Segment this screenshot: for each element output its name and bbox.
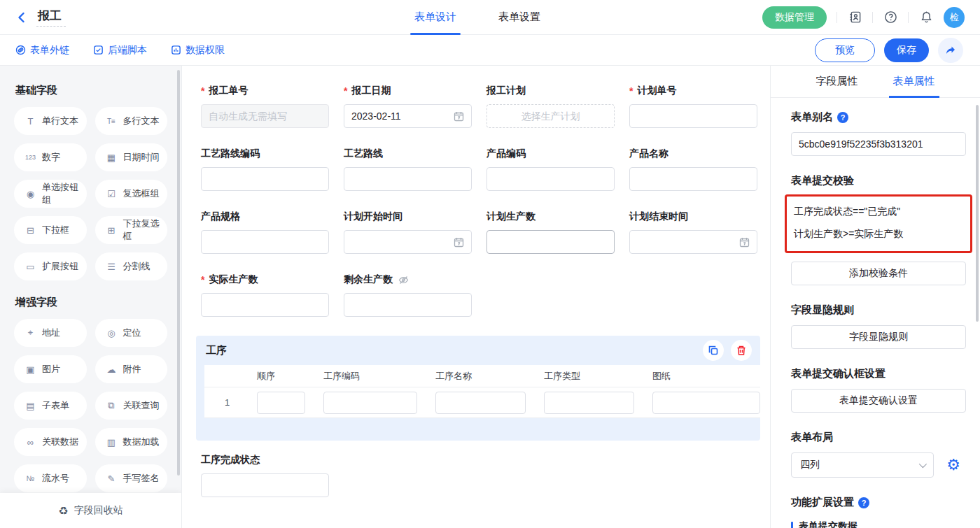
field-route-code[interactable]: 工艺路线编码 bbox=[201, 147, 329, 191]
field-type-single-line-text[interactable]: T单行文本 bbox=[14, 107, 87, 135]
field-type-multi-line-text[interactable]: T≡多行文本 bbox=[95, 107, 168, 135]
data-manage-button[interactable]: 数据管理 bbox=[762, 6, 827, 29]
cloud-upload-icon: ☁ bbox=[106, 364, 118, 375]
submit-data-label: 表单提交数据 bbox=[799, 520, 858, 528]
col-header-drawing[interactable]: 图纸 bbox=[645, 365, 760, 387]
field-type-radio-group[interactable]: ◉单选按钮组 bbox=[14, 180, 87, 208]
data-permission-item[interactable]: 数据权限 bbox=[171, 44, 225, 57]
field-type-image[interactable]: ▣图片 bbox=[14, 355, 87, 383]
back-icon[interactable] bbox=[14, 10, 29, 25]
actual-quantity-input[interactable] bbox=[209, 299, 321, 311]
field-type-extend-button[interactable]: ▭扩展按钮 bbox=[14, 252, 87, 280]
tab-form-properties[interactable]: 表单属性 bbox=[893, 66, 935, 97]
tab-field-properties[interactable]: 字段属性 bbox=[816, 66, 858, 97]
product-name-input[interactable] bbox=[637, 173, 750, 185]
preview-button[interactable]: 预览 bbox=[815, 38, 875, 62]
col-header-process-type[interactable]: 工序类型 bbox=[537, 365, 645, 387]
field-type-linked-data[interactable]: ∞关联数据 bbox=[14, 428, 87, 456]
backend-script-item[interactable]: 后端脚本 bbox=[93, 44, 147, 57]
help-icon[interactable] bbox=[883, 10, 898, 25]
help-icon[interactable]: ? bbox=[837, 112, 848, 123]
field-type-address[interactable]: ⌖地址 bbox=[14, 319, 87, 347]
col-header-order[interactable]: 顺序 bbox=[250, 365, 316, 387]
field-process-status[interactable]: 工序完成状态 bbox=[201, 453, 329, 497]
layout-settings-button[interactable]: ⚙ bbox=[941, 452, 966, 478]
field-product-name[interactable]: 产品名称 bbox=[629, 147, 757, 191]
field-type-divider[interactable]: ☰分割线 bbox=[95, 252, 168, 280]
field-plan-number[interactable]: *计划单号 bbox=[629, 84, 757, 128]
field-type-checkbox-group[interactable]: ☑复选框组 bbox=[95, 180, 168, 208]
field-report-plan[interactable]: 报工计划 bbox=[486, 84, 615, 128]
plan-quantity-input[interactable] bbox=[494, 236, 607, 248]
add-validation-button[interactable]: 添加校验条件 bbox=[791, 262, 966, 285]
field-type-attachment[interactable]: ☁附件 bbox=[95, 355, 168, 383]
col-header-process-code[interactable]: 工序编码 bbox=[316, 365, 428, 387]
field-product-code[interactable]: 产品编码 bbox=[486, 147, 615, 191]
plan-start-input[interactable] bbox=[351, 236, 449, 248]
field-type-subform[interactable]: ▤子表单 bbox=[14, 392, 87, 420]
route-input[interactable] bbox=[351, 173, 464, 185]
field-type-datetime[interactable]: ▦日期时间 bbox=[95, 143, 168, 171]
field-type-data-load[interactable]: ▥数据加载 bbox=[95, 428, 168, 456]
panel-scrollbar[interactable] bbox=[976, 105, 979, 322]
validation-rule[interactable]: 工序完成状态=="已完成" bbox=[794, 201, 963, 223]
calendar-icon[interactable] bbox=[454, 237, 464, 248]
external-link-item[interactable]: 表单外链 bbox=[15, 44, 69, 57]
notification-bell-icon[interactable] bbox=[918, 10, 934, 25]
calendar-icon[interactable] bbox=[454, 111, 464, 122]
field-report-date[interactable]: *报工日期 bbox=[344, 84, 472, 128]
field-plan-quantity[interactable]: 计划生产数 bbox=[486, 210, 615, 254]
submit-confirm-button[interactable]: 表单提交确认设置 bbox=[791, 389, 966, 413]
report-date-input[interactable] bbox=[351, 110, 449, 122]
field-remaining-quantity[interactable]: 剩余生产数 bbox=[344, 273, 472, 317]
plan-end-input[interactable] bbox=[637, 236, 735, 248]
col-header-process-name[interactable]: 工序名称 bbox=[428, 365, 537, 387]
plan-number-input[interactable] bbox=[637, 110, 750, 122]
process-status-input[interactable] bbox=[209, 480, 321, 491]
field-actual-quantity[interactable]: *实际生产数 bbox=[201, 273, 329, 317]
save-button[interactable]: 保存 bbox=[884, 38, 929, 62]
field-type-linked-query[interactable]: ⧉关联查询 bbox=[95, 392, 168, 420]
accent-bar bbox=[791, 522, 793, 528]
calendar-icon[interactable] bbox=[739, 237, 750, 248]
process-code-cell-input[interactable] bbox=[323, 392, 417, 414]
share-button[interactable] bbox=[938, 38, 963, 63]
form-title[interactable]: 报工 bbox=[36, 8, 66, 27]
remaining-quantity-input[interactable] bbox=[351, 299, 464, 311]
field-type-serial-number[interactable]: №流水号 bbox=[14, 464, 87, 492]
field-type-signature[interactable]: ✎手写签名 bbox=[95, 464, 168, 492]
delete-button[interactable] bbox=[731, 340, 752, 361]
subform-process[interactable]: 工序 顺序 工序编码 工序名称 工序类型 图纸 1 bbox=[196, 336, 760, 441]
report-plan-picker[interactable] bbox=[494, 110, 607, 122]
drawing-cell-input[interactable] bbox=[652, 392, 760, 414]
field-type-multi-dropdown[interactable]: ⊞下拉复选框 bbox=[95, 216, 168, 244]
visibility-rules-button[interactable]: 字段显隐规则 bbox=[791, 325, 966, 349]
field-route[interactable]: 工艺路线 bbox=[344, 147, 472, 191]
user-avatar[interactable]: 检 bbox=[944, 7, 965, 28]
product-spec-input[interactable] bbox=[209, 236, 321, 248]
field-recycle-bin[interactable]: ♻ 字段回收站 bbox=[0, 493, 181, 528]
contacts-book-icon[interactable] bbox=[847, 10, 862, 25]
layout-select[interactable]: 四列 bbox=[791, 452, 934, 478]
order-cell-input[interactable] bbox=[257, 392, 305, 414]
product-code-input[interactable] bbox=[494, 173, 607, 185]
help-icon[interactable]: ? bbox=[858, 497, 869, 508]
field-type-geolocation[interactable]: ◎定位 bbox=[95, 319, 168, 347]
process-name-cell-input[interactable] bbox=[435, 392, 526, 414]
validation-rule[interactable]: 计划生产数>=实际生产数 bbox=[794, 223, 963, 245]
route-code-input[interactable] bbox=[209, 173, 321, 185]
field-type-number[interactable]: 123数字 bbox=[14, 143, 87, 171]
field-plan-start-time[interactable]: 计划开始时间 bbox=[344, 210, 472, 254]
report-number-input[interactable] bbox=[209, 110, 321, 122]
field-product-spec[interactable]: 产品规格 bbox=[201, 210, 329, 254]
process-type-cell-input[interactable] bbox=[544, 392, 634, 414]
field-report-number[interactable]: *报工单号 bbox=[201, 84, 329, 128]
tab-form-design[interactable]: 表单设计 bbox=[413, 0, 458, 35]
sidebar-scrollbar[interactable] bbox=[177, 70, 180, 476]
field-plan-end-time[interactable]: 计划结束时间 bbox=[629, 210, 757, 254]
copy-button[interactable] bbox=[703, 340, 724, 361]
field-type-dropdown[interactable]: ⊟下拉框 bbox=[14, 216, 87, 244]
form-alias-input[interactable] bbox=[799, 138, 958, 150]
tab-form-settings[interactable]: 表单设置 bbox=[497, 0, 542, 35]
form-alias-title: 表单别名 bbox=[791, 110, 833, 124]
